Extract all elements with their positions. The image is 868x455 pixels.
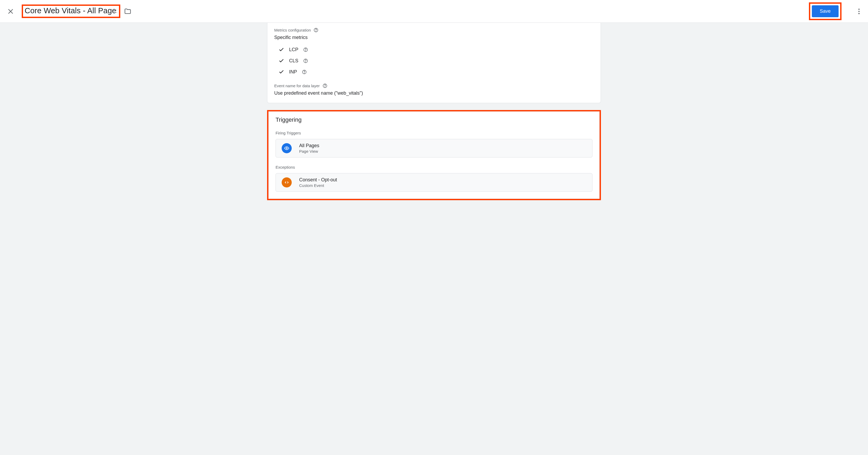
check-icon bbox=[278, 47, 284, 53]
exception-trigger-row[interactable]: Consent - Opt-out Custom Event bbox=[276, 173, 592, 192]
trigger-subtitle: Page View bbox=[299, 149, 319, 153]
check-icon bbox=[278, 69, 284, 75]
exceptions-label: Exceptions bbox=[276, 165, 592, 169]
folder-icon[interactable] bbox=[124, 8, 131, 15]
metrics-config-label: Metrics configuration bbox=[274, 28, 594, 33]
firing-trigger-row[interactable]: All Pages Page View bbox=[276, 139, 592, 158]
trigger-subtitle: Custom Event bbox=[299, 183, 337, 188]
svg-point-4 bbox=[859, 13, 860, 14]
help-icon[interactable] bbox=[302, 69, 307, 75]
code-icon bbox=[282, 177, 292, 188]
help-icon[interactable] bbox=[322, 83, 328, 88]
svg-point-6 bbox=[316, 31, 316, 31]
event-name-value: Use predefined event name ("web_vitals") bbox=[274, 90, 594, 96]
check-icon bbox=[278, 58, 284, 64]
header: Save bbox=[0, 0, 868, 23]
close-icon[interactable] bbox=[7, 8, 14, 15]
metric-item: INP bbox=[277, 66, 594, 78]
event-name-label: Event name for data layer bbox=[274, 83, 594, 88]
metrics-list: LCP CLS INP bbox=[277, 44, 594, 78]
metric-label: CLS bbox=[289, 58, 298, 64]
firing-triggers-label: Firing Triggers bbox=[276, 131, 592, 135]
metric-label: INP bbox=[289, 69, 297, 75]
tag-name-highlight bbox=[22, 4, 120, 18]
metric-item: CLS bbox=[277, 55, 594, 66]
svg-point-14 bbox=[325, 87, 325, 87]
svg-point-15 bbox=[286, 148, 287, 149]
metrics-config-value: Specific metrics bbox=[274, 35, 594, 40]
metrics-config-label-text: Metrics configuration bbox=[274, 28, 311, 32]
event-name-label-text: Event name for data layer bbox=[274, 84, 320, 88]
svg-point-3 bbox=[859, 10, 860, 12]
help-icon[interactable] bbox=[313, 28, 318, 33]
help-icon[interactable] bbox=[303, 58, 308, 63]
more-icon[interactable] bbox=[855, 8, 863, 15]
eye-icon bbox=[282, 143, 292, 153]
trigger-title: Consent - Opt-out bbox=[299, 177, 337, 183]
tag-configuration-card: Metrics configuration Specific metrics L… bbox=[267, 23, 601, 103]
save-button[interactable]: Save bbox=[812, 5, 839, 17]
metric-label: LCP bbox=[289, 47, 298, 53]
metric-item: LCP bbox=[277, 44, 594, 55]
tag-name-input[interactable] bbox=[25, 6, 117, 15]
triggering-title: Triggering bbox=[276, 116, 592, 123]
help-icon[interactable] bbox=[303, 47, 308, 52]
triggering-highlight: Triggering Firing Triggers All Pages Pag… bbox=[267, 110, 601, 200]
svg-point-2 bbox=[859, 8, 860, 10]
triggering-card: Triggering Firing Triggers All Pages Pag… bbox=[269, 111, 599, 199]
save-highlight: Save bbox=[809, 2, 841, 20]
trigger-title: All Pages bbox=[299, 143, 319, 148]
